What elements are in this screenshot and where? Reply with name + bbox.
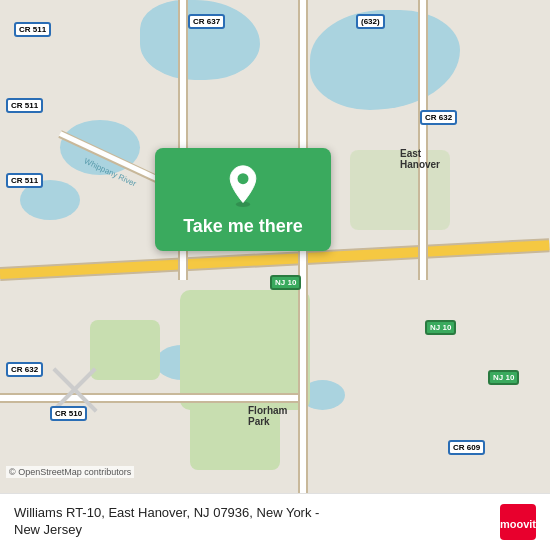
badge-cr511-3: CR 511 — [6, 173, 43, 188]
florham-park-label: FlorhamPark — [248, 405, 287, 427]
road-cr510 — [0, 395, 300, 401]
badge-cr637-1: CR 637 — [188, 14, 225, 29]
badge-nj10-1: NJ 10 — [270, 275, 301, 290]
svg-text:moovit: moovit — [500, 518, 536, 530]
badge-cr511-1: CR 511 — [14, 22, 51, 37]
badge-nj10-2: NJ 10 — [425, 320, 456, 335]
address-line1: Williams RT-10, East Hanover, NJ 07936, … — [14, 505, 319, 520]
badge-cr609: CR 609 — [448, 440, 485, 455]
green-area-1 — [180, 290, 310, 410]
address-line2: New Jersey — [14, 522, 82, 537]
svg-point-1 — [238, 173, 249, 184]
road-v2 — [300, 0, 306, 550]
take-me-there-label: Take me there — [183, 216, 303, 237]
moovit-bus-icon: moovit — [500, 504, 536, 540]
badge-nj10-3: NJ 10 — [488, 370, 519, 385]
bottom-bar: Williams RT-10, East Hanover, NJ 07936, … — [0, 493, 550, 550]
east-hanover-label: EastHanover — [400, 148, 440, 170]
road-v3 — [420, 0, 426, 280]
badge-cr632-1: CR 632 — [420, 110, 457, 125]
badge-cr637-2: (632) — [356, 14, 385, 29]
location-pin-icon — [223, 164, 263, 208]
map-container: CR 511 CR 511 CR 511 CR 637 (632) CR 632… — [0, 0, 550, 550]
badge-cr632-2: CR 632 — [6, 362, 43, 377]
green-area-2 — [90, 320, 160, 380]
address-text: Williams RT-10, East Hanover, NJ 07936, … — [14, 505, 492, 539]
openstreetmap-credit: © OpenStreetMap contributors — [6, 466, 134, 478]
moovit-logo: moovit — [500, 504, 536, 540]
badge-cr510: CR 510 — [50, 406, 87, 421]
badge-cr511-2: CR 511 — [6, 98, 43, 113]
take-me-there-card[interactable]: Take me there — [155, 148, 331, 251]
